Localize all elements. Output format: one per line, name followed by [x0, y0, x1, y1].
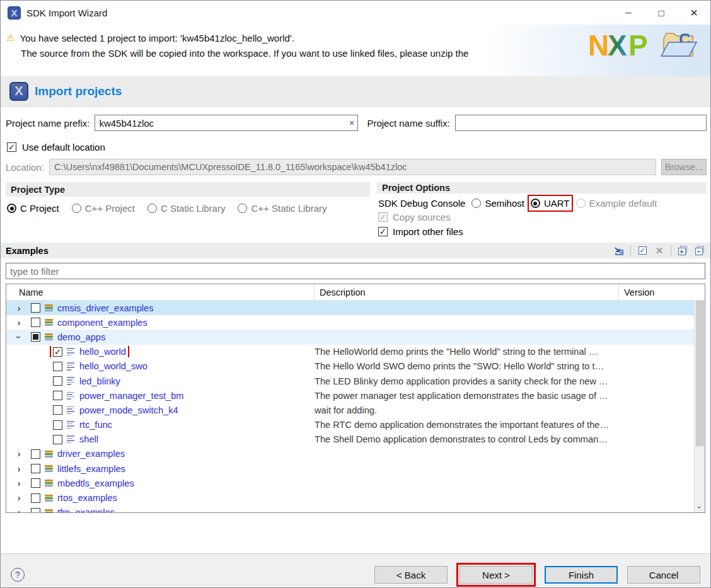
vertical-scrollbar[interactable]: › › [694, 284, 705, 512]
row-checkbox[interactable] [53, 405, 62, 415]
wizard-header-band: ⚠ You have selected 1 project to import:… [1, 25, 710, 76]
row-checkbox[interactable] [53, 362, 62, 371]
radio-uart[interactable]: UART [531, 198, 570, 209]
browse-button[interactable]: Browse... [661, 159, 707, 175]
highlighted-example: ✓hello_world [51, 346, 128, 357]
radio-c-project[interactable]: C Project [7, 203, 59, 214]
collapse-all-icon[interactable]: − [694, 245, 705, 256]
examples-section-header: Examples ✓ ✕ + − [1, 243, 710, 258]
chevron-right-icon[interactable]: › [14, 478, 23, 488]
close-button[interactable]: × [678, 1, 710, 25]
scrollbar-thumb[interactable] [696, 296, 704, 446]
select-all-icon[interactable]: ✓ [637, 245, 648, 256]
radio-icon [238, 204, 247, 213]
row-checkbox[interactable] [53, 420, 62, 430]
examples-table: Name Description Version ›cmsis_driver_e… [6, 284, 705, 513]
copy-sources-label: Copy sources [393, 212, 451, 222]
row-checkbox[interactable] [31, 318, 40, 327]
example-name[interactable]: mbedtls_examples [57, 478, 134, 488]
table-row[interactable]: power_manager_test_bmThe power manager t… [6, 388, 694, 403]
back-button[interactable]: < Back [374, 566, 448, 584]
example-name[interactable]: hello_world_swo [79, 361, 147, 371]
example-file-icon [67, 420, 75, 429]
example-name[interactable]: shell [79, 434, 98, 444]
example-name[interactable]: driver_examples [57, 449, 125, 459]
table-row[interactable]: ›driver_examples [6, 447, 694, 461]
table-row[interactable]: ›rtos_examples [6, 490, 694, 505]
help-icon[interactable]: ? [11, 568, 25, 582]
next-button[interactable]: Next > [460, 566, 533, 584]
example-name[interactable]: rtos_examples [57, 493, 117, 503]
chevron-right-icon[interactable]: › [14, 493, 23, 503]
chevron-down-icon[interactable]: › [14, 333, 24, 342]
table-row[interactable]: ›component_examples [6, 315, 694, 330]
chevron-right-icon[interactable]: › [14, 464, 23, 474]
row-checkbox[interactable] [53, 391, 62, 400]
column-header-description[interactable]: Description [315, 284, 619, 300]
cancel-button[interactable]: Cancel [627, 566, 700, 584]
example-name[interactable]: rtc_func [79, 420, 112, 430]
radio-semihost[interactable]: Semihost [471, 198, 524, 209]
finish-button[interactable]: Finish [545, 566, 618, 584]
table-row[interactable]: rtc_funcThe RTC demo application demonst… [6, 418, 694, 432]
table-row[interactable]: shellThe Shell Demo application demonstr… [6, 432, 694, 447]
scroll-down-icon[interactable]: › [695, 502, 705, 512]
row-checkbox[interactable] [31, 493, 40, 503]
example-name[interactable]: power_manager_test_bm [79, 391, 184, 401]
import-icon[interactable] [613, 245, 625, 256]
expand-all-icon[interactable]: + [677, 245, 688, 256]
project-name-suffix-input[interactable] [455, 115, 707, 131]
filter-input[interactable] [6, 263, 705, 279]
example-name[interactable]: led_blinky [79, 376, 120, 386]
example-name[interactable]: littlefs_examples [57, 464, 125, 474]
table-row[interactable]: ›cmsis_driver_examples [6, 301, 694, 315]
table-row[interactable]: ✓hello_worldThe HelloWorld demo prints t… [6, 345, 694, 359]
table-row[interactable]: ›mbedtls_examples [6, 476, 694, 490]
clear-prefix-icon[interactable]: × [349, 117, 355, 128]
column-header-version[interactable]: Version [619, 284, 705, 300]
table-row[interactable]: power_mode_switch_k4wait for adding. [6, 403, 694, 417]
row-checkbox[interactable]: ✓ [53, 347, 62, 357]
column-header-name[interactable]: Name [6, 284, 315, 300]
example-name[interactable]: tfm_examples [57, 507, 115, 512]
example-entry: driver_examples [29, 448, 127, 459]
example-entry: power_mode_switch_k4 [51, 405, 180, 416]
minimize-button[interactable]: – [612, 1, 645, 25]
radio-c-static-library[interactable]: C Static Library [147, 203, 226, 214]
example-name[interactable]: component_examples [57, 318, 147, 328]
row-checkbox[interactable] [31, 332, 40, 342]
chevron-right-icon[interactable]: › [14, 507, 23, 512]
example-name[interactable]: power_mode_switch_k4 [79, 405, 178, 415]
radio-example-default[interactable]: Example default [576, 198, 657, 209]
table-row[interactable]: led_blinkyThe LED Blinky demo applicatio… [6, 374, 694, 388]
button-bar: ? < Back Next > Finish Cancel [1, 553, 710, 588]
example-name[interactable]: hello_world [79, 347, 126, 357]
example-name[interactable]: demo_apps [57, 332, 105, 342]
use-default-location-checkbox[interactable]: ✓ [7, 142, 16, 152]
row-checkbox[interactable] [31, 508, 40, 512]
example-entry: littlefs_examples [29, 463, 127, 475]
maximize-button[interactable]: □ [645, 1, 678, 25]
radio-cpp-static-library[interactable]: C++ Static Library [238, 203, 327, 214]
row-checkbox[interactable] [31, 464, 40, 473]
table-row[interactable]: hello_world_swoThe Hello World SWO demo … [6, 359, 694, 374]
deselect-all-icon[interactable]: ✕ [654, 245, 665, 256]
row-checkbox[interactable] [31, 478, 40, 488]
radio-cpp-project[interactable]: C++ Project [72, 203, 135, 214]
warning-message-line1: You have selected 1 project to import: '… [20, 33, 294, 43]
row-checkbox[interactable] [53, 376, 62, 386]
project-type-header: Project Type [6, 182, 370, 197]
chevron-right-icon[interactable]: › [14, 318, 23, 328]
row-checkbox[interactable] [53, 435, 62, 444]
project-name-prefix-input[interactable] [95, 115, 358, 131]
chevron-right-icon[interactable]: › [14, 303, 23, 313]
row-checkbox[interactable] [31, 449, 40, 459]
table-row[interactable]: ›demo_apps [6, 330, 694, 344]
table-row[interactable]: ›littlefs_examples [6, 461, 694, 476]
import-projects-icon: X [9, 82, 28, 101]
table-row[interactable]: ›tfm_examples [6, 505, 694, 512]
example-name[interactable]: cmsis_driver_examples [57, 303, 153, 313]
import-other-files-checkbox[interactable]: ✓ [378, 227, 388, 236]
chevron-right-icon[interactable]: › [14, 449, 23, 459]
row-checkbox[interactable] [31, 303, 40, 313]
